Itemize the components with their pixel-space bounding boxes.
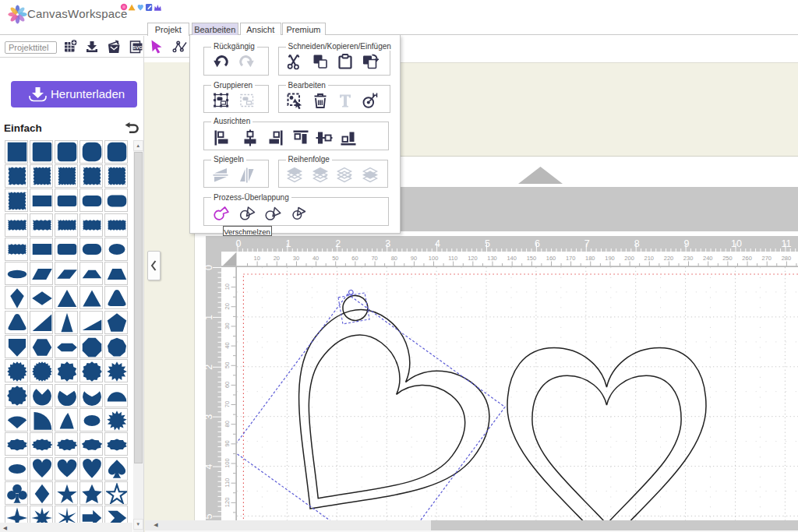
svg-text:110: 110 [448, 255, 457, 262]
svg-text:11: 11 [781, 238, 791, 248]
svg-text:60: 60 [351, 255, 358, 262]
svg-text:200: 200 [624, 255, 634, 262]
svg-text:70: 70 [371, 255, 377, 262]
svg-text:3: 3 [385, 238, 390, 248]
svg-text:1: 1 [206, 314, 214, 319]
svg-text:100: 100 [224, 458, 231, 468]
svg-text:2: 2 [206, 364, 214, 369]
svg-text:0: 0 [206, 264, 214, 270]
svg-text:80: 80 [224, 421, 231, 427]
svg-text:230: 230 [683, 255, 694, 262]
svg-text:40: 40 [224, 342, 231, 348]
svg-text:9: 9 [684, 238, 690, 248]
svg-text:SVG: SVG [132, 45, 143, 50]
svg-text:90: 90 [224, 440, 231, 446]
svg-text:110: 110 [224, 477, 231, 487]
svg-text:6: 6 [535, 238, 540, 248]
svg-text:10: 10 [254, 255, 260, 262]
svg-text:20: 20 [274, 255, 280, 262]
svg-text:240: 240 [703, 255, 713, 262]
svg-text:100: 100 [429, 255, 439, 262]
svg-text:270: 270 [762, 255, 772, 262]
svg-text:1: 1 [285, 238, 291, 248]
svg-text:50: 50 [224, 361, 231, 368]
svg-text:280: 280 [782, 255, 792, 262]
svg-text:4: 4 [435, 238, 440, 248]
svg-text:220: 220 [664, 255, 674, 262]
svg-text:10: 10 [731, 238, 742, 248]
svg-text:90: 90 [411, 255, 417, 262]
svg-text:40: 40 [312, 255, 319, 262]
svg-text:60: 60 [224, 381, 231, 387]
svg-text:20: 20 [224, 303, 231, 309]
svg-text:210: 210 [644, 255, 655, 262]
svg-text:250: 250 [722, 255, 733, 262]
svg-text:260: 260 [742, 255, 752, 262]
svg-text:120: 120 [224, 497, 231, 507]
svg-text:4: 4 [206, 463, 214, 469]
svg-text:3: 3 [206, 414, 214, 419]
svg-text:5: 5 [206, 513, 214, 519]
svg-text:30: 30 [293, 255, 299, 262]
svg-text:130: 130 [487, 255, 497, 262]
svg-text:180: 180 [585, 255, 595, 262]
svg-text:70: 70 [224, 400, 231, 407]
svg-text:8: 8 [634, 238, 640, 248]
svg-text:160: 160 [546, 255, 556, 262]
svg-text:0: 0 [236, 238, 242, 248]
svg-text:170: 170 [566, 255, 576, 262]
svg-text:7: 7 [584, 238, 590, 248]
svg-text:140: 140 [507, 255, 517, 262]
svg-text:2: 2 [335, 238, 341, 248]
svg-text:5: 5 [485, 238, 490, 248]
svg-text:190: 190 [605, 255, 615, 262]
svg-text:10: 10 [224, 284, 231, 290]
svg-text:120: 120 [468, 255, 478, 262]
svg-text:150: 150 [527, 255, 537, 262]
svg-text:30: 30 [224, 322, 231, 329]
svg-text:50: 50 [332, 255, 338, 262]
svg-text:80: 80 [391, 255, 397, 262]
